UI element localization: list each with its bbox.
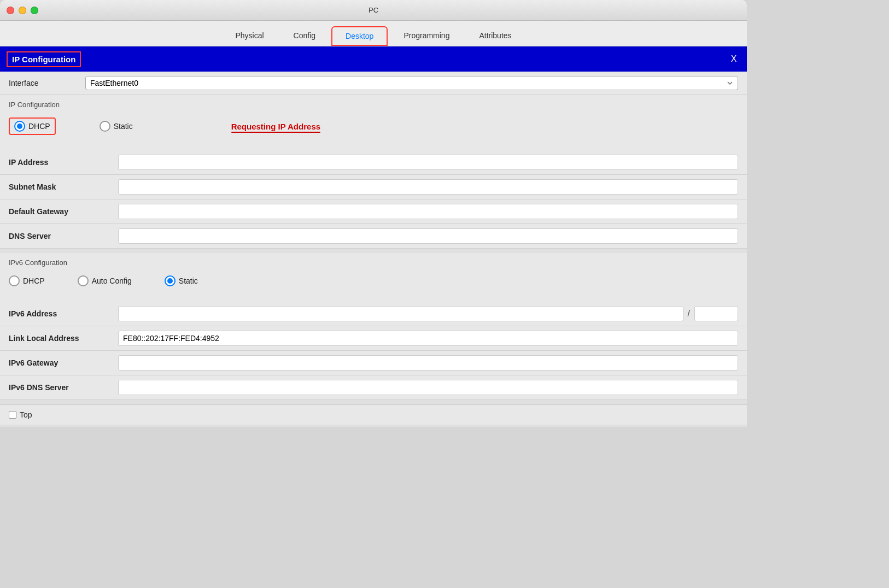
dns-server-row: DNS Server: [0, 224, 747, 249]
bottom-bar: Top: [0, 404, 747, 425]
link-local-row: Link Local Address: [0, 326, 747, 351]
window-controls: [7, 7, 38, 14]
ipv6-autoconfig-option[interactable]: Auto Config: [78, 275, 132, 286]
tab-bar: Physical Config Desktop Programming Attr…: [0, 21, 747, 46]
ipv6-dhcp-radio[interactable]: [9, 275, 20, 286]
dhcp-label: DHCP: [28, 122, 50, 131]
dhcp-radio[interactable]: [14, 121, 25, 132]
top-checkbox-box[interactable]: [9, 411, 16, 419]
tab-attributes[interactable]: Attributes: [465, 26, 525, 46]
app-header: IP Configuration X: [0, 46, 747, 72]
tab-config[interactable]: Config: [280, 26, 329, 46]
requesting-status: Requesting IP Address: [231, 122, 320, 131]
dns-server-label: DNS Server: [9, 232, 118, 240]
ip-mode-row: DHCP Static Requesting IP Address: [9, 115, 738, 137]
ipv6-static-radio[interactable]: [165, 275, 176, 286]
interface-label: Interface: [9, 79, 85, 87]
ipv6-gateway-label: IPv6 Gateway: [9, 358, 118, 367]
ipv6-address-row: IPv6 Address /: [0, 302, 747, 326]
subnet-mask-input[interactable]: [118, 179, 738, 195]
ipv6-address-label: IPv6 Address: [9, 309, 118, 318]
ipv6-dns-row: IPv6 DNS Server: [0, 375, 747, 400]
ipv6-fields: IPv6 Address / Link Local Address IPv6 G…: [0, 302, 747, 400]
ip-address-input[interactable]: [118, 155, 738, 170]
dns-server-input[interactable]: [118, 228, 738, 244]
titlebar: PC: [0, 0, 747, 21]
ip-config-title: IP Configuration: [9, 101, 738, 109]
ipv6-gateway-row: IPv6 Gateway: [0, 351, 747, 375]
ipv6-gateway-input[interactable]: [118, 355, 738, 371]
ipv6-dhcp-option[interactable]: DHCP: [9, 275, 45, 286]
default-gateway-row: Default Gateway: [0, 199, 747, 224]
app-close-button[interactable]: X: [727, 54, 740, 64]
interface-row: Interface FastEthernet0: [0, 72, 747, 95]
ipv6-address-input[interactable]: [118, 306, 683, 321]
tab-physical[interactable]: Physical: [221, 26, 277, 46]
dhcp-option[interactable]: DHCP: [9, 117, 56, 135]
main-content: IP Configuration X Interface FastEtherne…: [0, 46, 747, 427]
ipv6-config-title: IPv6 Configuration: [9, 258, 738, 267]
subnet-mask-row: Subnet Mask: [0, 175, 747, 199]
dhcp-radio-indicator: [17, 124, 22, 129]
ipv6-static-option[interactable]: Static: [165, 275, 198, 286]
tab-programming[interactable]: Programming: [390, 26, 463, 46]
ipv6-config-section: IPv6 Configuration DHCP Auto Config Stat…: [0, 253, 747, 302]
default-gateway-input[interactable]: [118, 204, 738, 219]
ip-fields: IP Address Subnet Mask Default Gateway D…: [0, 150, 747, 249]
link-local-input[interactable]: [118, 331, 738, 346]
link-local-label: Link Local Address: [9, 334, 118, 343]
top-checkbox-label: Top: [20, 410, 32, 419]
window-title: PC: [369, 6, 378, 14]
tab-desktop[interactable]: Desktop: [331, 26, 388, 46]
ipv6-autoconfig-radio[interactable]: [78, 275, 89, 286]
ipv6-dns-label: IPv6 DNS Server: [9, 383, 118, 392]
ipv6-mode-row: DHCP Auto Config Static: [9, 273, 738, 289]
subnet-mask-label: Subnet Mask: [9, 183, 118, 191]
app-title: IP Configuration: [7, 51, 81, 67]
ip-config-section: IP Configuration DHCP Static Requesting …: [0, 95, 747, 150]
static-label: Static: [114, 122, 133, 131]
default-gateway-label: Default Gateway: [9, 207, 118, 216]
maximize-button[interactable]: [31, 7, 38, 14]
ipv6-static-radio-indicator: [167, 278, 173, 284]
ip-address-label: IP Address: [9, 158, 118, 167]
ip-address-row: IP Address: [0, 150, 747, 175]
ipv6-dhcp-label: DHCP: [23, 277, 45, 285]
top-checkbox[interactable]: Top: [9, 410, 32, 419]
interface-select[interactable]: FastEthernet0: [85, 76, 738, 90]
ipv6-dns-input[interactable]: [118, 380, 738, 395]
ipv6-autoconfig-label: Auto Config: [92, 277, 132, 285]
close-button[interactable]: [7, 7, 14, 14]
ipv6-static-label: Static: [179, 277, 198, 285]
ipv6-prefix-input[interactable]: [694, 306, 738, 321]
static-radio[interactable]: [100, 121, 110, 132]
minimize-button[interactable]: [19, 7, 26, 14]
static-option[interactable]: Static: [100, 121, 133, 132]
ipv6-slash: /: [683, 309, 694, 319]
